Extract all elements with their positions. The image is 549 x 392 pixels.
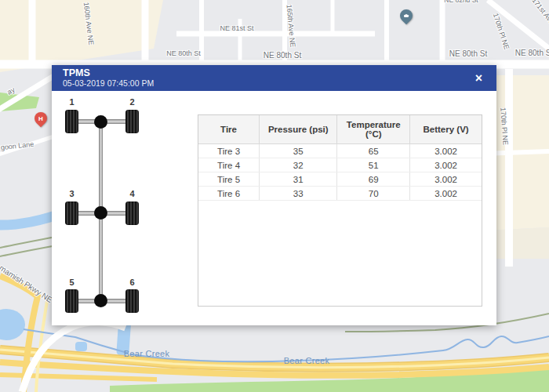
cell-tire: Tire 3 xyxy=(198,144,260,158)
cell-battery: 3.002 xyxy=(410,187,482,201)
axle-hub-icon xyxy=(94,206,107,220)
cell-temperature: 69 xyxy=(337,172,410,187)
street-label: NE 80th St xyxy=(166,49,201,57)
tire-diagram: 1 2 3 4 5 6 xyxy=(52,91,198,325)
street-label: NE 82nd St xyxy=(444,0,478,4)
tire-number-label: 1 xyxy=(65,97,78,107)
cell-temperature: 70 xyxy=(337,187,410,201)
table-row: Tire 5 31 69 3.002 xyxy=(198,172,482,187)
tire-wheel-3 xyxy=(65,201,78,225)
tire-wheel-2 xyxy=(125,110,139,133)
cell-tire: Tire 6 xyxy=(198,187,260,201)
tire-table: Tire Pressure (psi) Temperature (°C) Bet… xyxy=(198,115,482,201)
tpms-dialog: TPMS 05-03-2019 07:45:00 PM × 1 2 3 4 5 xyxy=(52,65,496,325)
dialog-title: TPMS xyxy=(63,68,154,78)
tire-number-label: 6 xyxy=(125,278,139,287)
tire-number-label: 2 xyxy=(125,97,139,107)
cell-battery: 3.002 xyxy=(410,158,482,172)
map-canvas[interactable]: 160th Ave NE NE 81st St 165th Ave NE NE … xyxy=(0,0,549,392)
dialog-timestamp: 05-03-2019 07:45:00 PM xyxy=(63,78,154,88)
cell-pressure: 31 xyxy=(260,172,337,187)
street-label: NE 80th St xyxy=(449,49,487,58)
table-row: Tire 4 32 51 3.002 xyxy=(198,158,482,172)
cell-pressure: 32 xyxy=(260,158,337,172)
table-row: Tire 3 35 65 3.002 xyxy=(198,144,482,158)
cell-pressure: 33 xyxy=(260,187,337,201)
cell-temperature: 51 xyxy=(337,158,410,172)
axle-hub-icon xyxy=(94,294,107,307)
tire-wheel-5 xyxy=(65,289,78,313)
cell-tire: Tire 5 xyxy=(198,172,260,187)
street-label: NE 80th St xyxy=(264,51,301,60)
cell-battery: 3.002 xyxy=(410,172,482,187)
tire-table-container: Tire Pressure (psi) Temperature (°C) Bet… xyxy=(198,114,482,307)
dialog-header: TPMS 05-03-2019 07:45:00 PM × xyxy=(52,65,496,91)
tire-number-label: 5 xyxy=(65,278,78,287)
col-header-tire: Tire xyxy=(198,115,260,144)
tire-wheel-4 xyxy=(125,201,139,225)
dialog-body: 1 2 3 4 5 6 Tire xyxy=(52,91,496,325)
street-label: NE 81st St xyxy=(220,24,253,32)
school-pin-icon[interactable] xyxy=(398,7,416,25)
tire-wheel-1 xyxy=(65,110,78,133)
tire-wheel-6 xyxy=(125,289,139,313)
col-header-pressure: Pressure (psi) xyxy=(260,115,337,144)
cell-tire: Tire 4 xyxy=(198,158,260,172)
table-row: Tire 6 33 70 3.002 xyxy=(198,187,482,201)
hospital-pin-icon[interactable]: H xyxy=(32,110,50,128)
cell-battery: 3.002 xyxy=(410,144,482,158)
col-header-temperature: Temperature (°C) xyxy=(337,115,410,144)
water-label: Bear Creek xyxy=(124,349,170,358)
tire-number-label: 3 xyxy=(65,189,78,198)
axle-hub-icon xyxy=(94,115,107,129)
tire-number-label: 4 xyxy=(125,189,139,198)
cell-temperature: 65 xyxy=(337,144,410,158)
hospital-h-icon: H xyxy=(35,112,47,125)
graduation-cap-icon xyxy=(400,9,413,22)
water-label: Bear Creek xyxy=(284,356,330,365)
street-label: NE 80th St xyxy=(515,49,549,57)
table-header-row: Tire Pressure (psi) Temperature (°C) Bet… xyxy=(198,115,482,144)
cell-pressure: 35 xyxy=(260,144,337,158)
close-icon[interactable]: × xyxy=(472,72,485,85)
col-header-battery: Bettery (V) xyxy=(410,115,482,144)
